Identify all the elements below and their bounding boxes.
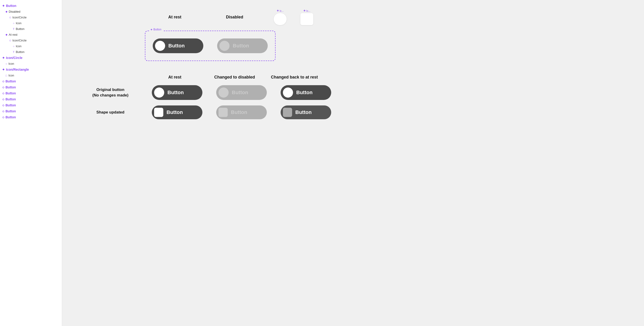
float-item-1: ❖ Ic... [274, 9, 286, 25]
sidebar-item-button3[interactable]: ◇Button [0, 90, 62, 96]
sidebar-icon-icon-rectangle-root: ❖ [2, 68, 4, 71]
frame-label-diamond: ❖ [150, 28, 152, 31]
btn-icon-circle-disabled [220, 41, 230, 51]
sidebar-icon-disabled-group: ◆ [6, 10, 7, 13]
sidebar-label-icon-rectangle-child: Icon [8, 74, 14, 77]
sidebar-item-button1[interactable]: ◇Button [0, 78, 62, 84]
row-cells-shape: Button Button Button [145, 105, 338, 119]
row-shape-updated: Shape updated Button Button [76, 105, 630, 119]
sidebar-item-button2[interactable]: ◇Button [0, 84, 62, 90]
frame-label-text: Button [154, 28, 162, 31]
sidebar-icon-button4: ◇ [2, 98, 4, 101]
sidebar-label-button7: Button [6, 115, 16, 119]
orig-label-disabled: Button [232, 90, 248, 96]
row-label-shape: Shape updated [76, 110, 145, 115]
sidebar-item-at-rest-group[interactable]: ◆At rest [0, 32, 62, 38]
btn-icon-circle-rest [155, 41, 165, 51]
sidebar-icon-icon-rest: ○ [13, 45, 14, 48]
sidebar-item-button-rest-text[interactable]: TButton [0, 49, 62, 55]
shape-icon-disabled [218, 108, 228, 117]
sidebar-item-button7[interactable]: ◇Button [0, 114, 62, 120]
sidebar-icon-button-disabled-text: T [13, 28, 14, 30]
sidebar-item-disabled-group[interactable]: ◆Disabled [0, 9, 62, 15]
shape-label-back: Button [295, 109, 312, 115]
section-top: At rest Disabled ❖ Ic... ❖ Ic... [76, 9, 630, 61]
sidebar-icon-icon-circle-disabled: ◇ [9, 16, 11, 19]
sidebar-label-button3: Button [6, 91, 16, 95]
sidebar-label-button6: Button [6, 109, 16, 113]
shape-icon-rest [154, 108, 163, 117]
sidebar-label-icon-rest: Icon [16, 45, 22, 48]
cell-shape-back: Button [274, 105, 338, 119]
float-box-2 [300, 13, 313, 25]
float-label-2: ❖ Ic... [303, 9, 310, 12]
shape-btn-disabled: Button [216, 105, 267, 119]
compare-col-headers: At rest Changed to disabled Changed back… [76, 75, 630, 80]
sidebar-item-button-disabled-text[interactable]: TButton [0, 26, 62, 32]
sidebar-icon-icon-circle-child: ○ [6, 62, 7, 65]
col-header-disabled: Disabled [205, 15, 264, 20]
sidebar-icon-button2: ◇ [2, 86, 4, 89]
cell-original-rest: Button [145, 85, 209, 100]
button-disabled: Button [217, 39, 268, 53]
sidebar-item-icon-disabled[interactable]: ○Icon [0, 20, 62, 26]
col-header-at-rest: At rest [145, 15, 205, 20]
sidebar-icon-at-rest-group: ◆ [6, 33, 7, 36]
cell-original-back: Button [274, 85, 338, 100]
orig-icon-disabled [218, 88, 228, 98]
cell-shape-disabled: Button [209, 105, 274, 119]
section-comparison: At rest Changed to disabled Changed back… [76, 75, 630, 119]
sidebar-icon-icon-circle-rest: ◇ [9, 39, 11, 42]
sidebar-item-icon-circle-root[interactable]: ❖Icon/Circle [0, 55, 62, 61]
sidebar-label-button-rest-text: Button [16, 50, 24, 54]
row-original: Original button(No changes made) Button … [76, 85, 630, 100]
shape-icon-back [283, 108, 292, 117]
sidebar-label-button1: Button [6, 79, 16, 83]
sidebar-icon-button7: ◇ [2, 116, 4, 119]
orig-btn-disabled: Button [216, 85, 267, 100]
shape-label-rest: Button [166, 109, 183, 115]
sidebar-icon-button5: ◇ [2, 104, 4, 107]
sidebar-item-icon-circle-child[interactable]: ○Icon [0, 61, 62, 67]
main-content: At rest Disabled ❖ Ic... ❖ Ic... [62, 0, 644, 326]
cell-shape-rest: Button [145, 105, 209, 119]
sidebar-item-icon-rest[interactable]: ○Icon [0, 43, 62, 49]
orig-btn-rest[interactable]: Button [152, 85, 202, 100]
sidebar-item-icon-circle-disabled[interactable]: ◇Icon/Circle [0, 15, 62, 20]
sidebar-icon-button-rest-text: T [13, 51, 14, 53]
sidebar-icon-icon-disabled: ○ [13, 22, 14, 25]
sidebar-icon-button6: ◇ [2, 110, 4, 113]
compare-col-rest: At rest [145, 75, 205, 80]
top-col-headers: At rest Disabled ❖ Ic... ❖ Ic... [76, 9, 630, 25]
shape-btn-rest[interactable]: Button [152, 105, 202, 119]
float-box-1 [274, 13, 286, 25]
sidebar-icon-button3: ◇ [2, 92, 4, 95]
orig-icon-rest [154, 88, 164, 98]
compare-col-changed-disabled: Changed to disabled [205, 75, 264, 80]
sidebar-icon-icon-rectangle-child: □ [6, 74, 7, 77]
sidebar: ❖Button◆Disabled◇Icon/Circle○IconTButton… [0, 0, 62, 326]
sidebar-label-disabled-group: Disabled [9, 10, 20, 13]
sidebar-item-icon-rectangle-child[interactable]: □Icon [0, 73, 62, 78]
sidebar-label-icon-circle-rest: Icon/Circle [12, 39, 26, 42]
sidebar-item-button6[interactable]: ◇Button [0, 108, 62, 114]
sidebar-label-at-rest-group: At rest [9, 33, 18, 36]
sidebar-item-button5[interactable]: ◇Button [0, 102, 62, 108]
button-at-rest[interactable]: Button [153, 39, 203, 53]
sidebar-item-icon-rectangle-root[interactable]: ❖Icon/Rectangle [0, 67, 62, 73]
sidebar-label-icon-disabled: Icon [16, 22, 22, 25]
shape-label-disabled: Button [231, 109, 247, 115]
orig-label-back: Button [296, 90, 312, 96]
sidebar-item-button-root[interactable]: ❖Button [0, 3, 62, 9]
sidebar-label-button2: Button [6, 85, 16, 89]
sidebar-label-icon-circle-root: Icon/Circle [6, 56, 22, 60]
sidebar-item-icon-circle-rest[interactable]: ◇Icon/Circle [0, 38, 62, 43]
shape-btn-back[interactable]: Button [280, 105, 331, 119]
sidebar-item-button4[interactable]: ◇Button [0, 96, 62, 102]
sidebar-icon-button-root: ❖ [2, 4, 4, 7]
orig-label-rest: Button [168, 90, 184, 96]
orig-btn-back[interactable]: Button [280, 85, 331, 100]
sidebar-icon-button1: ◇ [2, 80, 4, 83]
float-label-1: ❖ Ic... [277, 9, 284, 12]
sidebar-label-button-disabled-text: Button [16, 27, 24, 31]
